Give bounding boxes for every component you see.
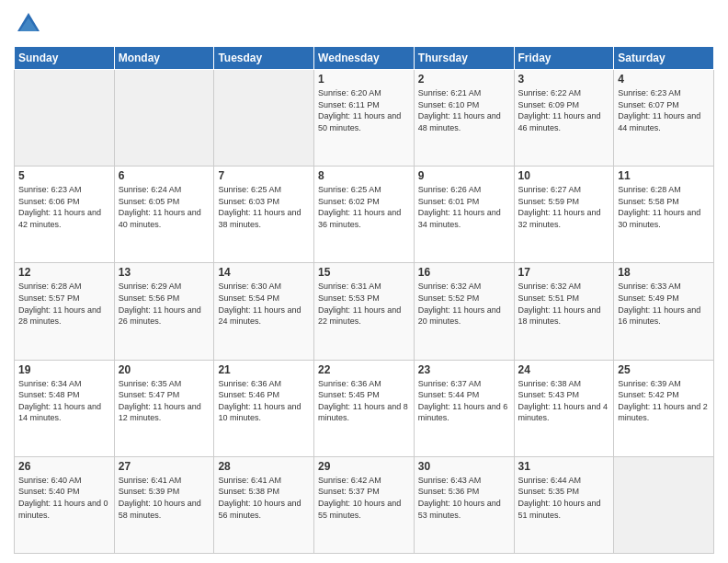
day-info: Sunrise: 6:25 AMSunset: 6:02 PMDaylight:… xyxy=(318,184,410,230)
calendar: SundayMondayTuesdayWednesdayThursdayFrid… xyxy=(14,46,714,554)
weekday-header-sunday: Sunday xyxy=(15,47,115,70)
day-info: Sunrise: 6:38 AMSunset: 5:43 PMDaylight:… xyxy=(518,378,610,424)
day-number: 9 xyxy=(418,169,510,182)
day-info: Sunrise: 6:22 AMSunset: 6:09 PMDaylight:… xyxy=(518,87,610,133)
weekday-header-monday: Monday xyxy=(114,47,214,70)
day-cell: 13Sunrise: 6:29 AMSunset: 5:56 PMDayligh… xyxy=(114,263,214,360)
day-info: Sunrise: 6:36 AMSunset: 5:45 PMDaylight:… xyxy=(318,378,410,424)
day-cell: 25Sunrise: 6:39 AMSunset: 5:42 PMDayligh… xyxy=(614,360,714,456)
weekday-header-tuesday: Tuesday xyxy=(214,47,314,70)
day-cell: 28Sunrise: 6:41 AMSunset: 5:38 PMDayligh… xyxy=(214,456,314,553)
day-cell: 23Sunrise: 6:37 AMSunset: 5:44 PMDayligh… xyxy=(414,360,514,456)
day-cell: 30Sunrise: 6:43 AMSunset: 5:36 PMDayligh… xyxy=(414,456,514,553)
day-info: Sunrise: 6:39 AMSunset: 5:42 PMDaylight:… xyxy=(618,378,710,424)
day-number: 13 xyxy=(119,266,210,279)
day-cell: 10Sunrise: 6:27 AMSunset: 5:59 PMDayligh… xyxy=(514,167,614,263)
day-info: Sunrise: 6:35 AMSunset: 5:47 PMDaylight:… xyxy=(119,378,210,424)
day-number: 22 xyxy=(318,363,410,376)
day-cell: 16Sunrise: 6:32 AMSunset: 5:52 PMDayligh… xyxy=(414,263,514,360)
day-cell: 24Sunrise: 6:38 AMSunset: 5:43 PMDayligh… xyxy=(514,360,614,456)
week-row-0: 1Sunrise: 6:20 AMSunset: 6:11 PMDaylight… xyxy=(15,70,714,167)
weekday-header-saturday: Saturday xyxy=(614,47,714,70)
day-info: Sunrise: 6:28 AMSunset: 5:58 PMDaylight:… xyxy=(618,184,710,230)
day-info: Sunrise: 6:23 AMSunset: 6:06 PMDaylight:… xyxy=(18,184,110,230)
day-info: Sunrise: 6:26 AMSunset: 6:01 PMDaylight:… xyxy=(418,184,510,230)
day-cell: 5Sunrise: 6:23 AMSunset: 6:06 PMDaylight… xyxy=(15,167,115,263)
day-info: Sunrise: 6:41 AMSunset: 5:38 PMDaylight:… xyxy=(218,475,310,521)
day-cell xyxy=(15,70,115,167)
day-number: 2 xyxy=(418,73,510,86)
day-number: 14 xyxy=(218,266,310,279)
day-number: 19 xyxy=(18,363,110,376)
day-info: Sunrise: 6:36 AMSunset: 5:46 PMDaylight:… xyxy=(218,378,310,424)
day-cell: 8Sunrise: 6:25 AMSunset: 6:02 PMDaylight… xyxy=(314,167,415,263)
day-cell: 15Sunrise: 6:31 AMSunset: 5:53 PMDayligh… xyxy=(314,263,415,360)
day-info: Sunrise: 6:37 AMSunset: 5:44 PMDaylight:… xyxy=(418,378,510,424)
day-cell: 18Sunrise: 6:33 AMSunset: 5:49 PMDayligh… xyxy=(614,263,714,360)
day-cell: 17Sunrise: 6:32 AMSunset: 5:51 PMDayligh… xyxy=(514,263,614,360)
day-cell xyxy=(214,70,314,167)
day-info: Sunrise: 6:41 AMSunset: 5:39 PMDaylight:… xyxy=(119,475,210,521)
day-cell: 29Sunrise: 6:42 AMSunset: 5:37 PMDayligh… xyxy=(314,456,415,553)
day-number: 23 xyxy=(418,363,510,376)
day-number: 11 xyxy=(618,169,710,182)
day-info: Sunrise: 6:32 AMSunset: 5:52 PMDaylight:… xyxy=(418,281,510,327)
weekday-header-wednesday: Wednesday xyxy=(314,47,415,70)
day-number: 6 xyxy=(119,169,210,182)
day-number: 15 xyxy=(318,266,410,279)
day-number: 1 xyxy=(318,73,410,86)
week-row-4: 26Sunrise: 6:40 AMSunset: 5:40 PMDayligh… xyxy=(15,456,714,553)
day-info: Sunrise: 6:25 AMSunset: 6:03 PMDaylight:… xyxy=(218,184,310,230)
day-cell: 19Sunrise: 6:34 AMSunset: 5:48 PMDayligh… xyxy=(15,360,115,456)
day-number: 7 xyxy=(218,169,310,182)
day-number: 20 xyxy=(119,363,210,376)
day-info: Sunrise: 6:29 AMSunset: 5:56 PMDaylight:… xyxy=(119,281,210,327)
day-cell: 7Sunrise: 6:25 AMSunset: 6:03 PMDaylight… xyxy=(214,167,314,263)
day-info: Sunrise: 6:42 AMSunset: 5:37 PMDaylight:… xyxy=(318,475,410,521)
day-info: Sunrise: 6:30 AMSunset: 5:54 PMDaylight:… xyxy=(218,281,310,327)
day-number: 31 xyxy=(518,460,610,473)
page: SundayMondayTuesdayWednesdayThursdayFrid… xyxy=(0,0,728,563)
day-cell: 27Sunrise: 6:41 AMSunset: 5:39 PMDayligh… xyxy=(114,456,214,553)
day-cell xyxy=(614,456,714,553)
day-number: 18 xyxy=(618,266,710,279)
weekday-header-row: SundayMondayTuesdayWednesdayThursdayFrid… xyxy=(15,47,714,70)
logo-icon xyxy=(14,9,43,39)
day-info: Sunrise: 6:43 AMSunset: 5:36 PMDaylight:… xyxy=(418,475,510,521)
day-info: Sunrise: 6:27 AMSunset: 5:59 PMDaylight:… xyxy=(518,184,610,230)
day-number: 10 xyxy=(518,169,610,182)
day-number: 30 xyxy=(418,460,510,473)
weekday-header-friday: Friday xyxy=(514,47,614,70)
day-number: 4 xyxy=(618,73,710,86)
day-number: 17 xyxy=(518,266,610,279)
day-cell: 26Sunrise: 6:40 AMSunset: 5:40 PMDayligh… xyxy=(15,456,115,553)
day-number: 24 xyxy=(518,363,610,376)
week-row-3: 19Sunrise: 6:34 AMSunset: 5:48 PMDayligh… xyxy=(15,360,714,456)
weekday-header-thursday: Thursday xyxy=(414,47,514,70)
day-cell: 21Sunrise: 6:36 AMSunset: 5:46 PMDayligh… xyxy=(214,360,314,456)
day-cell: 4Sunrise: 6:23 AMSunset: 6:07 PMDaylight… xyxy=(614,70,714,167)
day-info: Sunrise: 6:44 AMSunset: 5:35 PMDaylight:… xyxy=(518,475,610,521)
day-cell: 31Sunrise: 6:44 AMSunset: 5:35 PMDayligh… xyxy=(514,456,614,553)
day-info: Sunrise: 6:32 AMSunset: 5:51 PMDaylight:… xyxy=(518,281,610,327)
day-cell: 9Sunrise: 6:26 AMSunset: 6:01 PMDaylight… xyxy=(414,167,514,263)
day-number: 21 xyxy=(218,363,310,376)
day-number: 25 xyxy=(618,363,710,376)
day-cell: 2Sunrise: 6:21 AMSunset: 6:10 PMDaylight… xyxy=(414,70,514,167)
week-row-1: 5Sunrise: 6:23 AMSunset: 6:06 PMDaylight… xyxy=(15,167,714,263)
day-number: 27 xyxy=(119,460,210,473)
day-cell: 3Sunrise: 6:22 AMSunset: 6:09 PMDaylight… xyxy=(514,70,614,167)
day-info: Sunrise: 6:31 AMSunset: 5:53 PMDaylight:… xyxy=(318,281,410,327)
day-cell xyxy=(114,70,214,167)
day-info: Sunrise: 6:24 AMSunset: 6:05 PMDaylight:… xyxy=(119,184,210,230)
day-number: 8 xyxy=(318,169,410,182)
day-info: Sunrise: 6:23 AMSunset: 6:07 PMDaylight:… xyxy=(618,87,710,133)
day-number: 16 xyxy=(418,266,510,279)
day-cell: 11Sunrise: 6:28 AMSunset: 5:58 PMDayligh… xyxy=(614,167,714,263)
header xyxy=(14,9,714,39)
day-number: 29 xyxy=(318,460,410,473)
week-row-2: 12Sunrise: 6:28 AMSunset: 5:57 PMDayligh… xyxy=(15,263,714,360)
day-info: Sunrise: 6:40 AMSunset: 5:40 PMDaylight:… xyxy=(18,475,110,521)
day-cell: 22Sunrise: 6:36 AMSunset: 5:45 PMDayligh… xyxy=(314,360,415,456)
day-info: Sunrise: 6:21 AMSunset: 6:10 PMDaylight:… xyxy=(418,87,510,133)
